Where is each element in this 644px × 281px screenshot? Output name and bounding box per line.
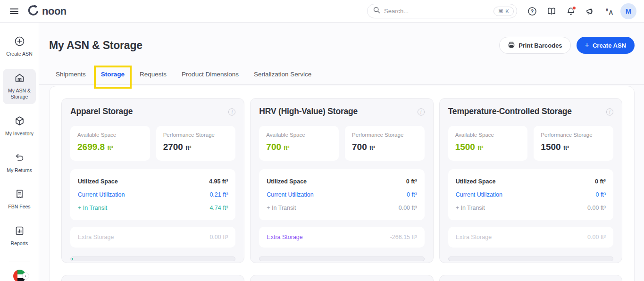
create-asn-button[interactable]: + Create ASN <box>577 37 635 54</box>
sidebar-item-reports[interactable]: Reports <box>3 222 36 251</box>
extra-storage-value: -266.15 ft³ <box>390 234 417 240</box>
storage-card-hrv: HRV (High-Value) Storage i Available Spa… <box>250 98 433 263</box>
svg-text:?: ? <box>531 8 534 14</box>
sidebar-item-my-returns[interactable]: My Returns <box>3 149 36 178</box>
print-barcodes-button[interactable]: Print Barcodes <box>499 37 570 54</box>
stat-unit: ft³ <box>185 145 191 151</box>
stat-label: Available Space <box>77 132 143 138</box>
available-space-stat: Available Space 1500 ft³ <box>448 126 528 161</box>
info-icon[interactable]: i <box>606 108 613 116</box>
stat-value: 2699.8 <box>77 142 105 152</box>
extra-storage-box: Extra Storage -266.15 ft³ <box>259 227 424 248</box>
info-icon[interactable]: i <box>228 108 235 116</box>
docs-book-icon[interactable] <box>543 3 560 20</box>
performance-storage-stat: Performance Storage 700 ft³ <box>345 126 425 161</box>
current-utilization-link[interactable]: Current Utilization <box>456 191 502 198</box>
stat-value: 1500 <box>455 142 475 152</box>
card-title: Temperature-Controlled Storage <box>448 107 572 116</box>
svg-text:x̄: x̄ <box>606 8 608 12</box>
stat-unit: ft³ <box>369 145 375 151</box>
sidebar-divider <box>9 262 30 262</box>
tab-bar: Shipments Storage Requests Product Dimen… <box>39 71 644 85</box>
report-chart-icon <box>14 225 25 238</box>
utilized-space-label: Utilized Space <box>267 178 307 185</box>
storage-card-partial <box>61 275 244 281</box>
topbar-icon-group: ? x̄A M <box>524 3 636 20</box>
utilized-space-value: 0 ft³ <box>595 178 606 185</box>
country-selector[interactable]: › <box>13 270 26 281</box>
in-transit-label: + In Transit <box>78 205 107 211</box>
sidebar-item-label: Create ASN <box>6 51 32 58</box>
extra-storage-label: Extra Storage <box>78 234 114 240</box>
extra-storage-label: Extra Storage <box>456 234 492 240</box>
translate-icon[interactable]: x̄A <box>601 3 618 20</box>
page-title: My ASN & Storage <box>49 39 142 52</box>
announcements-megaphone-icon[interactable] <box>582 3 599 20</box>
plus-icon: + <box>585 41 589 50</box>
info-icon[interactable]: i <box>418 108 425 116</box>
top-bar: noon ⌘ K ? x̄A M <box>0 0 644 23</box>
tab-requests[interactable]: Requests <box>140 71 167 84</box>
extra-storage-value: 0.00 ft³ <box>587 234 606 240</box>
cmd-key-icon: ⌘ <box>498 8 504 15</box>
utilized-space-box: Utilized Space0 ft³ Current Utilization0… <box>448 169 613 220</box>
utilized-space-value: 0 ft³ <box>406 178 417 185</box>
menu-icon[interactable] <box>8 5 21 18</box>
card-title: HRV (High-Value) Storage <box>259 107 358 116</box>
sidebar-item-fbn-fees[interactable]: FBN Fees <box>3 185 36 214</box>
stat-value: 2700 <box>163 142 183 152</box>
sidebar-item-my-asn-storage[interactable]: My ASN & Storage <box>3 69 36 104</box>
tab-storage[interactable]: Storage <box>101 71 125 84</box>
sidebar-item-my-inventory[interactable]: My Inventory <box>3 112 36 141</box>
stat-unit: ft³ <box>107 145 113 151</box>
storage-card-apparel: Apparel Storage i Available Space 2699.8… <box>61 98 244 263</box>
plus-circle-icon <box>14 36 25 49</box>
user-avatar[interactable]: M <box>620 3 636 19</box>
utilized-space-label: Utilized Space <box>78 178 118 185</box>
storage-card-partial <box>439 275 622 281</box>
search-input[interactable] <box>384 8 493 15</box>
noon-logo[interactable]: noon <box>27 4 67 18</box>
tab-product-dimensions[interactable]: Product Dimensions <box>182 71 239 84</box>
in-transit-value: 0.00 ft³ <box>587 205 606 211</box>
utilization-progress-bar <box>259 256 424 261</box>
extra-storage-link[interactable]: Extra Storage <box>267 234 302 240</box>
sidebar-item-label: My Returns <box>7 167 32 174</box>
utilized-space-box: Utilized Space0 ft³ Current Utilization0… <box>259 169 424 220</box>
cube-icon <box>14 116 25 128</box>
search-icon <box>373 7 380 16</box>
tab-shipments[interactable]: Shipments <box>56 71 86 84</box>
tab-serialization-service[interactable]: Serialization Service <box>254 71 311 84</box>
stat-unit: ft³ <box>284 145 289 151</box>
stat-value: 1500 <box>541 142 560 152</box>
current-utilization-link[interactable]: Current Utilization <box>267 191 313 198</box>
sidebar-item-label: My ASN & Storage <box>4 88 35 100</box>
storage-panel: Apparel Storage i Available Space 2699.8… <box>49 86 635 281</box>
performance-storage-stat: Performance Storage 1500 ft³ <box>534 126 613 161</box>
stat-label: Available Space <box>455 132 521 138</box>
available-space-stat: Available Space 700 ft³ <box>259 126 339 161</box>
sidebar: Create ASN My ASN & Storage My Inventory… <box>0 23 39 281</box>
main-content: My ASN & Storage Print Barcodes + Create… <box>39 23 644 281</box>
help-icon[interactable]: ? <box>524 3 541 20</box>
print-barcodes-label: Print Barcodes <box>519 42 562 49</box>
available-space-stat: Available Space 2699.8 ft³ <box>70 126 150 161</box>
notifications-bell-icon[interactable] <box>562 3 579 20</box>
warehouse-icon <box>14 73 25 85</box>
extra-storage-box: Extra Storage 0.00 ft³ <box>448 227 613 248</box>
utilized-space-label: Utilized Space <box>456 178 496 185</box>
performance-storage-stat: Performance Storage 2700 ft³ <box>156 126 236 161</box>
sidebar-item-create-asn[interactable]: Create ASN <box>3 32 36 61</box>
search-shortcut-badge: ⌘ K <box>493 7 514 16</box>
in-transit-value: 4.74 ft³ <box>209 205 228 211</box>
sidebar-item-label: My Inventory <box>5 131 33 137</box>
create-asn-label: Create ASN <box>593 42 626 49</box>
svg-text:A: A <box>609 9 613 16</box>
current-utilization-value: 0 ft³ <box>407 191 417 198</box>
search-bar[interactable]: ⌘ K <box>367 4 517 18</box>
logo-text: noon <box>42 5 67 17</box>
notification-dot <box>572 6 576 10</box>
chevron-right-icon: › <box>22 273 29 280</box>
receipt-icon <box>14 189 25 201</box>
current-utilization-link[interactable]: Current Utilization <box>78 191 125 198</box>
